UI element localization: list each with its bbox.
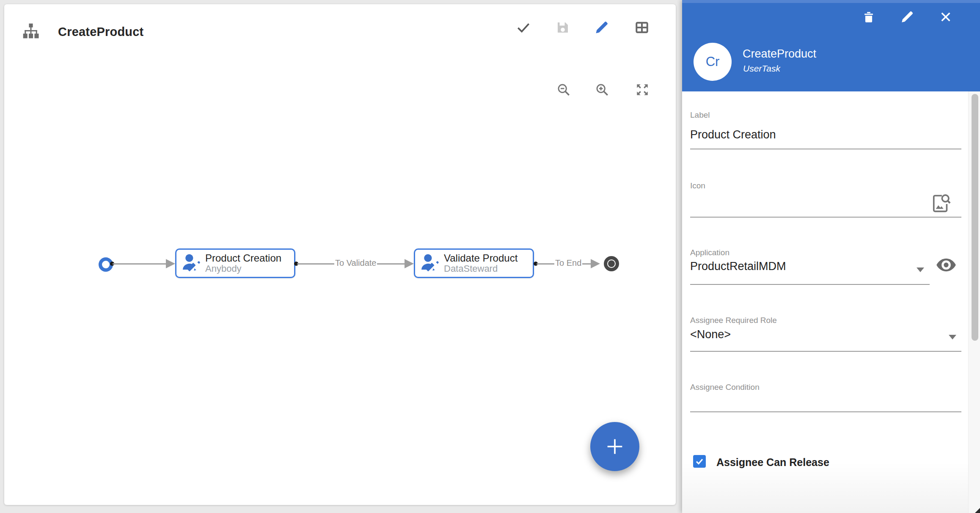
table-view-button[interactable] xyxy=(633,19,650,36)
check-icon xyxy=(515,19,531,36)
user-edit-icon xyxy=(420,253,439,273)
edge-line xyxy=(113,263,167,265)
edit-mode-button[interactable] xyxy=(593,19,610,36)
field-label-application: Application xyxy=(690,248,729,257)
user-edit-icon xyxy=(182,253,200,273)
view-application-button[interactable] xyxy=(935,256,957,276)
panel-bottom-shade xyxy=(682,461,980,513)
avatar-initials: Cr xyxy=(706,54,720,69)
table-icon xyxy=(634,20,650,35)
end-node[interactable] xyxy=(604,256,619,271)
task-title: Product Creation xyxy=(205,253,281,264)
edge-label: To Validate xyxy=(334,258,377,268)
task-title: Validate Product xyxy=(444,253,518,264)
field-label-assignee-condition: Assignee Condition xyxy=(690,383,760,392)
sitemap-icon xyxy=(22,22,40,42)
fit-screen-button[interactable] xyxy=(634,81,651,98)
dropdown-caret-icon[interactable] xyxy=(949,335,956,339)
expand-icon xyxy=(635,83,650,97)
field-underline xyxy=(690,351,961,352)
task-node-product-creation[interactable]: Product Creation Anybody xyxy=(175,248,295,278)
check-icon xyxy=(694,456,705,466)
field-underline xyxy=(690,284,930,285)
pencil-icon xyxy=(594,20,609,35)
zoom-out-button[interactable] xyxy=(555,81,572,98)
close-icon xyxy=(939,10,952,24)
assignee-required-role-select[interactable]: <None> xyxy=(690,328,731,341)
task-subtitle: Anybody xyxy=(205,264,281,274)
workflow-title: CreateProduct xyxy=(58,25,143,39)
corner-wedge xyxy=(974,507,980,513)
arrowhead-icon xyxy=(166,259,175,268)
save-button[interactable] xyxy=(554,19,571,36)
field-underline xyxy=(690,411,961,412)
dropdown-caret-icon[interactable] xyxy=(917,268,924,272)
properties-panel: Cr CreateProduct UserTask Label Product … xyxy=(682,0,980,513)
panel-title: CreateProduct xyxy=(743,47,816,61)
edge-label: To End xyxy=(554,258,582,268)
panel-header-strip xyxy=(682,0,980,3)
trash-icon xyxy=(862,10,876,24)
application-select[interactable]: ProductRetailMDM xyxy=(690,260,786,273)
close-button[interactable] xyxy=(937,8,954,26)
arrowhead-icon xyxy=(591,259,600,268)
panel-subtitle: UserTask xyxy=(743,63,780,74)
panel-header: Cr CreateProduct UserTask xyxy=(682,0,980,91)
workflow-canvas: CreateProduct Product Creation Anybody xyxy=(4,4,676,505)
avatar: Cr xyxy=(694,43,732,81)
add-step-fab[interactable] xyxy=(590,422,639,471)
delete-button[interactable] xyxy=(860,8,877,26)
checkbox-label: Assignee Can Release xyxy=(716,456,829,469)
validate-button[interactable] xyxy=(515,19,532,36)
task-subtitle: DataSteward xyxy=(444,264,518,274)
field-underline xyxy=(690,149,961,149)
field-label-assignee-required-role: Assignee Required Role xyxy=(690,316,777,325)
zoom-out-icon xyxy=(556,83,571,97)
edit-button[interactable] xyxy=(899,8,916,26)
field-label-label: Label xyxy=(690,110,710,120)
save-icon xyxy=(555,20,570,35)
assignee-can-release-checkbox[interactable] xyxy=(693,455,706,468)
pencil-icon xyxy=(900,10,914,24)
image-search-icon[interactable] xyxy=(931,193,951,216)
label-input[interactable]: Product Creation xyxy=(690,128,776,141)
arrowhead-icon xyxy=(405,259,414,268)
zoom-in-button[interactable] xyxy=(594,81,611,98)
zoom-in-icon xyxy=(595,83,609,97)
scrollbar-thumb[interactable] xyxy=(972,94,978,341)
task-node-validate-product[interactable]: Validate Product DataSteward xyxy=(414,248,534,278)
field-underline xyxy=(690,217,961,218)
canvas-title-row: CreateProduct xyxy=(22,21,143,42)
eye-icon xyxy=(935,256,957,274)
plus-icon xyxy=(604,436,626,458)
field-label-icon: Icon xyxy=(690,181,705,190)
